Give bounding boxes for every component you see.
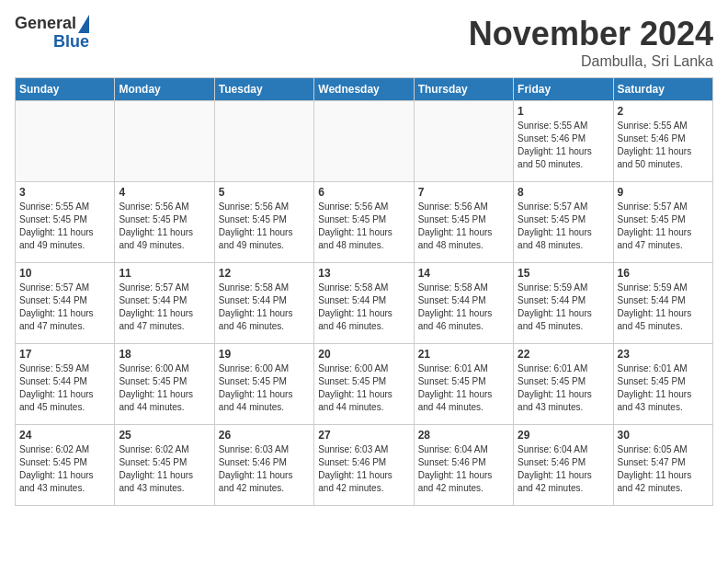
day-number: 5 [219, 186, 310, 199]
day-number: 8 [518, 186, 609, 199]
day-info: Sunrise: 5:58 AM Sunset: 5:44 PM Dayligh… [219, 282, 310, 333]
calendar-cell: 1Sunrise: 5:55 AM Sunset: 5:46 PM Daylig… [514, 101, 613, 182]
day-info: Sunrise: 5:59 AM Sunset: 5:44 PM Dayligh… [618, 282, 709, 333]
day-info: Sunrise: 5:57 AM Sunset: 5:45 PM Dayligh… [618, 201, 709, 252]
day-number: 28 [418, 429, 509, 442]
day-info: Sunrise: 6:03 AM Sunset: 5:46 PM Dayligh… [318, 443, 409, 495]
day-number: 23 [618, 348, 709, 361]
calendar-cell [214, 101, 313, 182]
location: Dambulla, Sri Lanka [469, 53, 713, 70]
day-number: 18 [119, 348, 210, 361]
day-number: 19 [219, 348, 310, 361]
calendar-week-4: 17Sunrise: 5:59 AM Sunset: 5:44 PM Dayli… [16, 344, 713, 425]
calendar-cell: 14Sunrise: 5:58 AM Sunset: 5:44 PM Dayli… [414, 263, 513, 344]
day-info: Sunrise: 5:55 AM Sunset: 5:46 PM Dayligh… [618, 120, 709, 171]
day-number: 24 [19, 429, 110, 442]
day-number: 7 [418, 186, 509, 199]
day-number: 16 [618, 267, 709, 280]
day-info: Sunrise: 6:04 AM Sunset: 5:46 PM Dayligh… [518, 443, 609, 495]
logo-triangle-icon [78, 15, 89, 33]
calendar-cell: 17Sunrise: 5:59 AM Sunset: 5:44 PM Dayli… [16, 344, 115, 425]
day-info: Sunrise: 6:02 AM Sunset: 5:45 PM Dayligh… [19, 443, 110, 495]
calendar-cell: 6Sunrise: 5:56 AM Sunset: 5:45 PM Daylig… [314, 182, 414, 263]
day-info: Sunrise: 5:58 AM Sunset: 5:44 PM Dayligh… [318, 282, 409, 333]
calendar-cell: 19Sunrise: 6:00 AM Sunset: 5:45 PM Dayli… [214, 344, 313, 425]
day-number: 2 [618, 105, 709, 118]
calendar-cell: 12Sunrise: 5:58 AM Sunset: 5:44 PM Dayli… [214, 263, 313, 344]
day-info: Sunrise: 5:59 AM Sunset: 5:44 PM Dayligh… [19, 362, 110, 414]
day-number: 20 [318, 348, 409, 361]
calendar-cell: 7Sunrise: 5:56 AM Sunset: 5:45 PM Daylig… [414, 182, 513, 263]
day-number: 9 [618, 186, 709, 199]
calendar-cell: 8Sunrise: 5:57 AM Sunset: 5:45 PM Daylig… [514, 182, 613, 263]
calendar-cell: 25Sunrise: 6:02 AM Sunset: 5:45 PM Dayli… [115, 425, 214, 506]
day-number: 4 [119, 186, 210, 199]
calendar-table: SundayMondayTuesdayWednesdayThursdayFrid… [15, 77, 713, 506]
calendar-cell: 15Sunrise: 5:59 AM Sunset: 5:44 PM Dayli… [514, 263, 613, 344]
day-number: 25 [119, 429, 210, 442]
calendar-cell: 16Sunrise: 5:59 AM Sunset: 5:44 PM Dayli… [613, 263, 712, 344]
day-number: 6 [318, 186, 409, 199]
calendar-cell: 27Sunrise: 6:03 AM Sunset: 5:46 PM Dayli… [314, 425, 414, 506]
calendar-cell [115, 101, 214, 182]
calendar-cell: 3Sunrise: 5:55 AM Sunset: 5:45 PM Daylig… [16, 182, 115, 263]
calendar-cell: 23Sunrise: 6:01 AM Sunset: 5:45 PM Dayli… [613, 344, 712, 425]
day-number: 27 [318, 429, 409, 442]
month-title: November 2024 [469, 15, 713, 53]
calendar-cell: 13Sunrise: 5:58 AM Sunset: 5:44 PM Dayli… [314, 263, 414, 344]
day-info: Sunrise: 5:59 AM Sunset: 5:44 PM Dayligh… [518, 282, 609, 333]
calendar-week-1: 1Sunrise: 5:55 AM Sunset: 5:46 PM Daylig… [16, 101, 713, 182]
day-info: Sunrise: 6:02 AM Sunset: 5:45 PM Dayligh… [119, 443, 210, 495]
calendar-cell: 24Sunrise: 6:02 AM Sunset: 5:45 PM Dayli… [16, 425, 115, 506]
calendar-week-3: 10Sunrise: 5:57 AM Sunset: 5:44 PM Dayli… [16, 263, 713, 344]
page-header: General Blue November 2024 Dambulla, Sri… [15, 15, 713, 70]
calendar-cell [16, 101, 115, 182]
calendar-cell [414, 101, 513, 182]
calendar-header-wednesday: Wednesday [314, 78, 414, 101]
day-info: Sunrise: 6:00 AM Sunset: 5:45 PM Dayligh… [119, 362, 210, 414]
calendar-header-saturday: Saturday [613, 78, 712, 101]
day-number: 30 [618, 429, 709, 442]
day-info: Sunrise: 5:57 AM Sunset: 5:44 PM Dayligh… [119, 282, 210, 333]
calendar-header-row: SundayMondayTuesdayWednesdayThursdayFrid… [16, 78, 713, 101]
calendar-header-friday: Friday [514, 78, 613, 101]
day-number: 14 [418, 267, 509, 280]
day-info: Sunrise: 5:58 AM Sunset: 5:44 PM Dayligh… [418, 282, 509, 333]
logo-general: General [15, 15, 76, 33]
calendar-cell [314, 101, 414, 182]
day-info: Sunrise: 6:01 AM Sunset: 5:45 PM Dayligh… [618, 362, 709, 414]
day-number: 26 [219, 429, 310, 442]
day-number: 17 [19, 348, 110, 361]
day-number: 13 [318, 267, 409, 280]
logo: General Blue [15, 15, 89, 52]
day-number: 15 [518, 267, 609, 280]
day-number: 11 [119, 267, 210, 280]
day-info: Sunrise: 6:05 AM Sunset: 5:47 PM Dayligh… [618, 443, 709, 495]
day-number: 22 [518, 348, 609, 361]
day-info: Sunrise: 5:56 AM Sunset: 5:45 PM Dayligh… [119, 201, 210, 252]
day-info: Sunrise: 6:03 AM Sunset: 5:46 PM Dayligh… [219, 443, 310, 495]
day-number: 12 [219, 267, 310, 280]
day-info: Sunrise: 6:01 AM Sunset: 5:45 PM Dayligh… [418, 362, 509, 414]
calendar-cell: 29Sunrise: 6:04 AM Sunset: 5:46 PM Dayli… [514, 425, 613, 506]
title-block: November 2024 Dambulla, Sri Lanka [469, 15, 713, 70]
day-number: 10 [19, 267, 110, 280]
day-number: 3 [19, 186, 110, 199]
day-number: 1 [518, 105, 609, 118]
calendar-cell: 11Sunrise: 5:57 AM Sunset: 5:44 PM Dayli… [115, 263, 214, 344]
day-info: Sunrise: 6:01 AM Sunset: 5:45 PM Dayligh… [518, 362, 609, 414]
logo-blue: Blue [53, 33, 89, 52]
calendar-header-tuesday: Tuesday [214, 78, 313, 101]
day-info: Sunrise: 6:00 AM Sunset: 5:45 PM Dayligh… [318, 362, 409, 414]
calendar-cell: 21Sunrise: 6:01 AM Sunset: 5:45 PM Dayli… [414, 344, 513, 425]
day-info: Sunrise: 5:55 AM Sunset: 5:46 PM Dayligh… [518, 120, 609, 171]
day-info: Sunrise: 5:57 AM Sunset: 5:44 PM Dayligh… [19, 282, 110, 333]
day-info: Sunrise: 5:56 AM Sunset: 5:45 PM Dayligh… [418, 201, 509, 252]
day-info: Sunrise: 6:04 AM Sunset: 5:46 PM Dayligh… [418, 443, 509, 495]
calendar-header-monday: Monday [115, 78, 214, 101]
calendar-cell: 22Sunrise: 6:01 AM Sunset: 5:45 PM Dayli… [514, 344, 613, 425]
calendar-header-sunday: Sunday [16, 78, 115, 101]
day-number: 29 [518, 429, 609, 442]
day-number: 21 [418, 348, 509, 361]
calendar-header-thursday: Thursday [414, 78, 513, 101]
